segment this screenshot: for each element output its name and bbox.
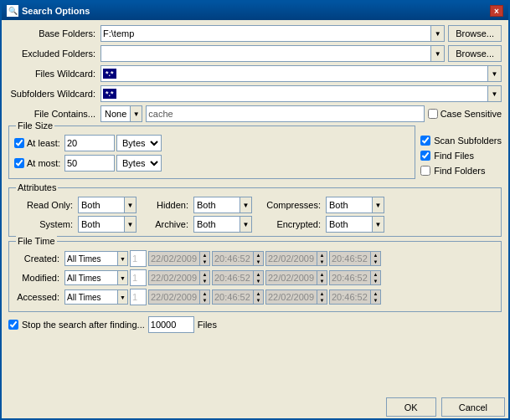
- at-least-label: At least:: [27, 138, 60, 148]
- find-folders-label: Find Folders: [434, 166, 485, 176]
- accessed-time1-spin[interactable]: ▲ ▼: [253, 290, 263, 304]
- created-time1-spin[interactable]: ▲ ▼: [253, 252, 263, 265]
- case-sensitive-checkbox[interactable]: [428, 109, 438, 119]
- contains-select-arrow[interactable]: ▼: [130, 106, 142, 121]
- title-bar: 🔍 Search Options ×: [2, 2, 508, 20]
- base-folders-row: Base Folders: ▼ Browse...: [8, 25, 502, 42]
- stop-after-input[interactable]: [148, 316, 194, 333]
- modified-date1-spin[interactable]: ▲ ▼: [199, 271, 209, 284]
- title-bar-left: 🔍 Search Options: [7, 5, 90, 17]
- close-button[interactable]: ×: [490, 5, 503, 17]
- modified-num-input[interactable]: [130, 269, 147, 286]
- base-folders-input[interactable]: [100, 25, 431, 42]
- accessed-time2-input[interactable]: [330, 289, 370, 305]
- subfolders-wildcard-label: Subfolders Wildcard:: [8, 89, 100, 99]
- at-least-input[interactable]: [64, 135, 115, 151]
- modified-date2-input[interactable]: [266, 269, 317, 286]
- window-title: Search Options: [22, 6, 90, 16]
- created-date2-spin[interactable]: ▲ ▼: [317, 252, 327, 265]
- compresses-arrow[interactable]: ▼: [372, 197, 384, 213]
- file-contains-input[interactable]: [146, 105, 424, 122]
- find-folders-checkbox[interactable]: [420, 166, 430, 176]
- read-only-arrow[interactable]: ▼: [124, 197, 136, 213]
- base-folders-dropdown-btn[interactable]: ▼: [431, 25, 445, 42]
- encrypted-arrow[interactable]: ▼: [372, 217, 384, 232]
- compresses-select[interactable]: Both ▼: [326, 197, 384, 213]
- read-only-select[interactable]: Both ▼: [78, 197, 137, 213]
- created-time2-input[interactable]: [330, 250, 370, 267]
- subfolders-wildcard-row: Subfolders Wildcard: *.* ▼: [8, 85, 502, 102]
- accessed-time-select[interactable]: All Times ▼: [64, 289, 128, 305]
- excluded-folders-input[interactable]: [100, 45, 431, 62]
- created-time2-spin[interactable]: ▲ ▼: [370, 252, 380, 265]
- file-size-title: File Size: [16, 120, 54, 131]
- cancel-button[interactable]: Cancel: [441, 397, 505, 417]
- modified-time1-input[interactable]: [213, 269, 253, 286]
- at-least-checkbox[interactable]: [14, 138, 24, 148]
- created-date2-input[interactable]: [266, 250, 317, 267]
- modified-time-select[interactable]: All Times ▼: [64, 270, 128, 285]
- modified-date2-spin[interactable]: ▲ ▼: [317, 271, 327, 284]
- browse-excluded-button[interactable]: Browse...: [448, 45, 502, 62]
- subfolders-wildcard-icon: *.*: [103, 89, 116, 99]
- accessed-date2-spin[interactable]: ▲ ▼: [317, 290, 327, 304]
- hidden-arrow[interactable]: ▼: [240, 197, 251, 213]
- excluded-folders-row: Excluded Folders: ▼ Browse...: [8, 45, 502, 62]
- modified-date1-wrapper: ▲ ▼: [148, 270, 210, 285]
- files-wildcard-dropdown[interactable]: *.* ▼: [100, 65, 502, 82]
- modified-time1-wrapper: ▲ ▼: [212, 270, 264, 285]
- subfolders-wildcard-dropdown[interactable]: *.* ▼: [100, 85, 502, 102]
- files-wildcard-inner: *.*: [101, 66, 487, 81]
- accessed-time2-spin[interactable]: ▲ ▼: [370, 290, 380, 304]
- created-num-input[interactable]: [130, 250, 147, 267]
- hidden-select[interactable]: Both ▼: [193, 197, 252, 213]
- encrypted-label: Encrypted:: [257, 219, 321, 229]
- files-wildcard-arrow[interactable]: ▼: [487, 66, 501, 81]
- created-time1-input[interactable]: [213, 250, 253, 267]
- at-least-unit-select[interactable]: BytesKBMBGB: [116, 135, 162, 151]
- attributes-group: Attributes Read Only: Both ▼ Hidden: Bot…: [8, 187, 502, 237]
- at-most-unit-select[interactable]: BytesKBMBGB: [116, 155, 162, 172]
- modified-time2-input[interactable]: [330, 269, 370, 286]
- created-date1-spin[interactable]: ▲ ▼: [199, 252, 209, 265]
- attr-row-2: System: Both ▼ Archive: Both ▼ Encrypted…: [14, 216, 496, 233]
- archive-arrow[interactable]: ▼: [240, 217, 251, 232]
- file-time-title: File Time: [16, 236, 57, 246]
- excluded-folders-dropdown-btn[interactable]: ▼: [431, 45, 445, 62]
- created-time-select[interactable]: All Times ▼: [64, 251, 128, 266]
- modified-date1-input[interactable]: [149, 269, 199, 286]
- stop-after-checkbox[interactable]: [8, 320, 18, 330]
- system-select[interactable]: Both ▼: [78, 216, 137, 233]
- accessed-time-arrow[interactable]: ▼: [117, 290, 127, 304]
- accessed-label: Accessed:: [14, 292, 63, 302]
- accessed-time2-wrapper: ▲ ▼: [329, 289, 381, 305]
- attributes-content: Read Only: Both ▼ Hidden: Both ▼ Compres…: [14, 197, 496, 233]
- accessed-time1-wrapper: ▲ ▼: [212, 289, 264, 305]
- accessed-date2-wrapper: ▲ ▼: [265, 289, 327, 305]
- modified-time-arrow[interactable]: ▼: [117, 271, 127, 284]
- accessed-date1-spin[interactable]: ▲ ▼: [199, 290, 209, 304]
- ok-button[interactable]: OK: [386, 397, 436, 417]
- find-files-row: Find Files: [420, 151, 502, 161]
- find-files-checkbox[interactable]: [420, 151, 430, 161]
- modified-time2-spin[interactable]: ▲ ▼: [370, 271, 380, 284]
- file-time-group: File Time Created: All Times ▼ ▲ ▼: [8, 241, 502, 312]
- accessed-num-input[interactable]: [130, 289, 147, 305]
- encrypted-select[interactable]: Both ▼: [326, 216, 384, 233]
- accessed-date2-input[interactable]: [266, 289, 317, 305]
- modified-time1-spin[interactable]: ▲ ▼: [253, 271, 263, 284]
- scan-subfolders-checkbox[interactable]: [420, 136, 430, 146]
- at-most-input[interactable]: [64, 155, 115, 172]
- archive-select[interactable]: Both ▼: [193, 216, 252, 233]
- subfolders-wildcard-arrow[interactable]: ▼: [487, 86, 501, 101]
- browse-base-button[interactable]: Browse...: [448, 25, 502, 42]
- accessed-date1-input[interactable]: [149, 289, 199, 305]
- system-arrow[interactable]: ▼: [124, 217, 136, 232]
- created-date1-input[interactable]: [149, 250, 199, 267]
- created-time-value: All Times: [65, 254, 117, 264]
- created-time-arrow[interactable]: ▼: [117, 252, 127, 265]
- system-label: System:: [14, 219, 73, 229]
- at-most-checkbox[interactable]: [14, 158, 24, 168]
- accessed-time1-input[interactable]: [213, 289, 253, 305]
- created-time2-wrapper: ▲ ▼: [329, 251, 381, 266]
